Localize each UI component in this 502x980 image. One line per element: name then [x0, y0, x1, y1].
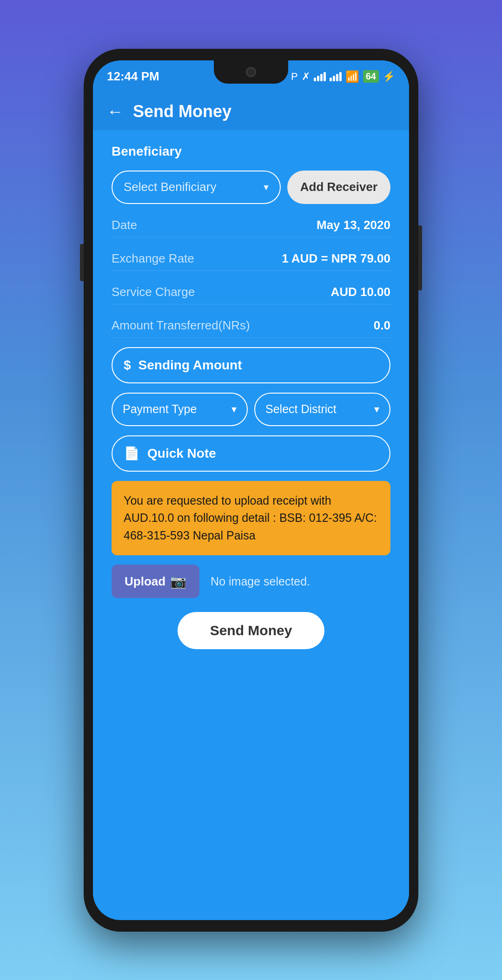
sending-amount-field[interactable]: $ Sending Amount [112, 347, 390, 383]
select-district-label: Select District [265, 402, 337, 416]
app-header: ← Send Money [93, 93, 409, 130]
p-icon-2: P [291, 71, 298, 83]
upload-row: Upload 📷 No image selected. [112, 565, 390, 598]
date-value: May 13, 2020 [317, 218, 390, 232]
phone-screen: 12:44 PM P P ✗ [93, 60, 409, 920]
phone-notch [214, 60, 288, 84]
status-time: 12:44 PM [107, 69, 159, 84]
app-content: Beneficiary Select Benificiary ▾ Add Rec… [93, 130, 409, 920]
wifi-icon: 📶 [345, 70, 359, 83]
select-beneficiary-label: Select Benificiary [124, 180, 216, 194]
beneficiary-label: Beneficiary [112, 144, 390, 159]
status-icons: P P ✗ 📶 [280, 70, 395, 83]
amount-transferred-value: 0.0 [374, 318, 390, 333]
upload-button[interactable]: Upload 📷 [112, 565, 199, 598]
dollar-icon: $ [124, 358, 131, 373]
no-image-text: No image selected. [211, 575, 310, 588]
back-button[interactable]: ← [107, 102, 124, 121]
front-camera [246, 67, 256, 77]
sending-amount-placeholder: Sending Amount [139, 358, 242, 373]
note-icon: 📄 [124, 446, 140, 461]
amount-transferred-label: Amount Transferred(NRs) [112, 318, 250, 333]
upload-label: Upload [125, 574, 165, 589]
battery-indicator: 64 [363, 70, 379, 83]
page-title: Send Money [133, 102, 231, 121]
send-money-wrapper: Send Money [112, 607, 390, 658]
payment-type-label: Payment Type [123, 402, 197, 416]
beneficiary-row: Select Benificiary ▾ Add Receiver [112, 171, 390, 204]
signal-bar-2 [330, 72, 342, 81]
select-beneficiary-dropdown[interactable]: Select Benificiary ▾ [112, 171, 281, 204]
date-label: Date [112, 218, 137, 232]
payment-type-dropdown[interactable]: Payment Type ▾ [112, 393, 248, 426]
amount-transferred-row: Amount Transferred(NRs) 0.0 [112, 314, 390, 338]
service-charge-label: Service Charge [112, 285, 195, 299]
beneficiary-dropdown-arrow: ▾ [264, 181, 269, 193]
payment-type-arrow: ▾ [231, 403, 237, 415]
signal-bar-1 [314, 72, 326, 81]
exchange-rate-row: Exchange Rate 1 AUD = NPR 79.00 [112, 247, 390, 271]
warning-box: You are requested to upload receipt with… [112, 481, 390, 556]
phone-device: 12:44 PM P P ✗ [84, 49, 418, 932]
beneficiary-section: Beneficiary [112, 144, 390, 161]
quick-note-placeholder: Quick Note [147, 446, 216, 461]
select-district-arrow: ▾ [374, 403, 379, 415]
send-money-button[interactable]: Send Money [178, 612, 325, 649]
exchange-rate-value: 1 AUD = NPR 79.00 [282, 251, 390, 266]
warning-text: You are requested to upload receipt with… [124, 494, 377, 542]
service-charge-row: Service Charge AUD 10.00 [112, 280, 390, 304]
select-district-dropdown[interactable]: Select District ▾ [254, 393, 390, 426]
bluetooth-icon: ✗ [302, 71, 310, 83]
payment-district-row: Payment Type ▾ Select District ▾ [112, 393, 390, 426]
add-receiver-button[interactable]: Add Receiver [287, 171, 390, 204]
quick-note-field[interactable]: 📄 Quick Note [112, 435, 390, 472]
camera-icon: 📷 [170, 574, 186, 589]
charging-icon: ⚡ [383, 71, 395, 83]
service-charge-value: AUD 10.00 [330, 285, 390, 299]
exchange-rate-label: Exchange Rate [112, 251, 194, 266]
date-row: Date May 13, 2020 [112, 213, 390, 237]
